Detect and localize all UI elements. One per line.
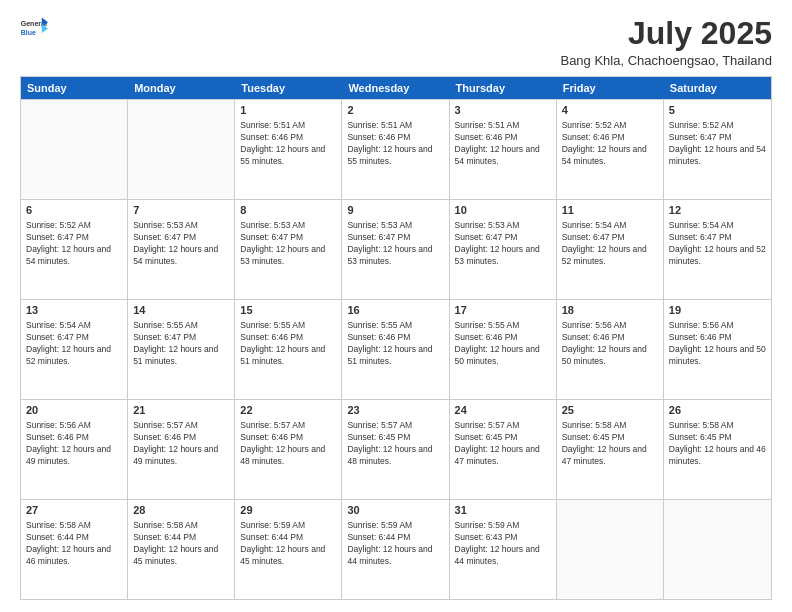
day-number: 6 bbox=[26, 203, 122, 218]
calendar-cell: 7Sunrise: 5:53 AMSunset: 6:47 PMDaylight… bbox=[128, 200, 235, 299]
day-number: 3 bbox=[455, 103, 551, 118]
day-info: Sunrise: 5:55 AMSunset: 6:46 PMDaylight:… bbox=[455, 320, 551, 368]
day-info: Sunrise: 5:54 AMSunset: 6:47 PMDaylight:… bbox=[562, 220, 658, 268]
logo-icon: General Blue bbox=[20, 16, 48, 44]
calendar-cell: 17Sunrise: 5:55 AMSunset: 6:46 PMDayligh… bbox=[450, 300, 557, 399]
day-info: Sunrise: 5:57 AMSunset: 6:45 PMDaylight:… bbox=[347, 420, 443, 468]
day-number: 23 bbox=[347, 403, 443, 418]
day-number: 22 bbox=[240, 403, 336, 418]
calendar-cell: 23Sunrise: 5:57 AMSunset: 6:45 PMDayligh… bbox=[342, 400, 449, 499]
calendar-cell: 21Sunrise: 5:57 AMSunset: 6:46 PMDayligh… bbox=[128, 400, 235, 499]
calendar: SundayMondayTuesdayWednesdayThursdayFrid… bbox=[20, 76, 772, 600]
day-number: 17 bbox=[455, 303, 551, 318]
calendar-cell: 4Sunrise: 5:52 AMSunset: 6:46 PMDaylight… bbox=[557, 100, 664, 199]
day-info: Sunrise: 5:56 AMSunset: 6:46 PMDaylight:… bbox=[669, 320, 766, 368]
day-info: Sunrise: 5:57 AMSunset: 6:46 PMDaylight:… bbox=[133, 420, 229, 468]
calendar-cell: 19Sunrise: 5:56 AMSunset: 6:46 PMDayligh… bbox=[664, 300, 771, 399]
calendar-week-row: 6Sunrise: 5:52 AMSunset: 6:47 PMDaylight… bbox=[21, 199, 771, 299]
calendar-cell: 31Sunrise: 5:59 AMSunset: 6:43 PMDayligh… bbox=[450, 500, 557, 599]
day-info: Sunrise: 5:55 AMSunset: 6:46 PMDaylight:… bbox=[240, 320, 336, 368]
day-info: Sunrise: 5:52 AMSunset: 6:47 PMDaylight:… bbox=[26, 220, 122, 268]
calendar-cell: 20Sunrise: 5:56 AMSunset: 6:46 PMDayligh… bbox=[21, 400, 128, 499]
day-number: 25 bbox=[562, 403, 658, 418]
day-info: Sunrise: 5:58 AMSunset: 6:45 PMDaylight:… bbox=[669, 420, 766, 468]
calendar-week-row: 1Sunrise: 5:51 AMSunset: 6:46 PMDaylight… bbox=[21, 99, 771, 199]
day-number: 19 bbox=[669, 303, 766, 318]
calendar-header-cell: Sunday bbox=[21, 77, 128, 99]
day-number: 2 bbox=[347, 103, 443, 118]
day-number: 7 bbox=[133, 203, 229, 218]
calendar-cell: 24Sunrise: 5:57 AMSunset: 6:45 PMDayligh… bbox=[450, 400, 557, 499]
calendar-cell: 1Sunrise: 5:51 AMSunset: 6:46 PMDaylight… bbox=[235, 100, 342, 199]
calendar-cell: 16Sunrise: 5:55 AMSunset: 6:46 PMDayligh… bbox=[342, 300, 449, 399]
day-number: 30 bbox=[347, 503, 443, 518]
calendar-week-row: 13Sunrise: 5:54 AMSunset: 6:47 PMDayligh… bbox=[21, 299, 771, 399]
svg-text:Blue: Blue bbox=[21, 29, 36, 36]
day-info: Sunrise: 5:57 AMSunset: 6:45 PMDaylight:… bbox=[455, 420, 551, 468]
day-info: Sunrise: 5:59 AMSunset: 6:43 PMDaylight:… bbox=[455, 520, 551, 568]
logo: General Blue bbox=[20, 16, 48, 44]
day-number: 28 bbox=[133, 503, 229, 518]
day-number: 31 bbox=[455, 503, 551, 518]
calendar-cell: 9Sunrise: 5:53 AMSunset: 6:47 PMDaylight… bbox=[342, 200, 449, 299]
day-number: 16 bbox=[347, 303, 443, 318]
day-number: 8 bbox=[240, 203, 336, 218]
calendar-cell bbox=[557, 500, 664, 599]
day-info: Sunrise: 5:58 AMSunset: 6:44 PMDaylight:… bbox=[26, 520, 122, 568]
calendar-cell bbox=[128, 100, 235, 199]
calendar-cell: 15Sunrise: 5:55 AMSunset: 6:46 PMDayligh… bbox=[235, 300, 342, 399]
calendar-cell: 12Sunrise: 5:54 AMSunset: 6:47 PMDayligh… bbox=[664, 200, 771, 299]
day-info: Sunrise: 5:53 AMSunset: 6:47 PMDaylight:… bbox=[455, 220, 551, 268]
location-subtitle: Bang Khla, Chachoengsao, Thailand bbox=[560, 53, 772, 68]
calendar-cell: 22Sunrise: 5:57 AMSunset: 6:46 PMDayligh… bbox=[235, 400, 342, 499]
day-info: Sunrise: 5:51 AMSunset: 6:46 PMDaylight:… bbox=[240, 120, 336, 168]
calendar-cell: 28Sunrise: 5:58 AMSunset: 6:44 PMDayligh… bbox=[128, 500, 235, 599]
calendar-cell: 27Sunrise: 5:58 AMSunset: 6:44 PMDayligh… bbox=[21, 500, 128, 599]
day-info: Sunrise: 5:52 AMSunset: 6:47 PMDaylight:… bbox=[669, 120, 766, 168]
day-number: 24 bbox=[455, 403, 551, 418]
day-number: 14 bbox=[133, 303, 229, 318]
header: General Blue July 2025 Bang Khla, Chacho… bbox=[20, 16, 772, 68]
day-info: Sunrise: 5:56 AMSunset: 6:46 PMDaylight:… bbox=[562, 320, 658, 368]
calendar-cell: 18Sunrise: 5:56 AMSunset: 6:46 PMDayligh… bbox=[557, 300, 664, 399]
title-block: July 2025 Bang Khla, Chachoengsao, Thail… bbox=[560, 16, 772, 68]
day-info: Sunrise: 5:54 AMSunset: 6:47 PMDaylight:… bbox=[26, 320, 122, 368]
day-number: 20 bbox=[26, 403, 122, 418]
calendar-cell: 3Sunrise: 5:51 AMSunset: 6:46 PMDaylight… bbox=[450, 100, 557, 199]
day-info: Sunrise: 5:57 AMSunset: 6:46 PMDaylight:… bbox=[240, 420, 336, 468]
month-year-title: July 2025 bbox=[560, 16, 772, 51]
day-number: 1 bbox=[240, 103, 336, 118]
calendar-week-row: 20Sunrise: 5:56 AMSunset: 6:46 PMDayligh… bbox=[21, 399, 771, 499]
calendar-cell: 30Sunrise: 5:59 AMSunset: 6:44 PMDayligh… bbox=[342, 500, 449, 599]
day-number: 29 bbox=[240, 503, 336, 518]
day-info: Sunrise: 5:59 AMSunset: 6:44 PMDaylight:… bbox=[240, 520, 336, 568]
calendar-cell: 10Sunrise: 5:53 AMSunset: 6:47 PMDayligh… bbox=[450, 200, 557, 299]
day-info: Sunrise: 5:56 AMSunset: 6:46 PMDaylight:… bbox=[26, 420, 122, 468]
day-number: 27 bbox=[26, 503, 122, 518]
calendar-cell bbox=[664, 500, 771, 599]
day-info: Sunrise: 5:54 AMSunset: 6:47 PMDaylight:… bbox=[669, 220, 766, 268]
calendar-body: 1Sunrise: 5:51 AMSunset: 6:46 PMDaylight… bbox=[21, 99, 771, 599]
calendar-header-cell: Monday bbox=[128, 77, 235, 99]
day-number: 13 bbox=[26, 303, 122, 318]
calendar-cell: 14Sunrise: 5:55 AMSunset: 6:47 PMDayligh… bbox=[128, 300, 235, 399]
calendar-header-cell: Tuesday bbox=[235, 77, 342, 99]
day-number: 21 bbox=[133, 403, 229, 418]
calendar-cell: 11Sunrise: 5:54 AMSunset: 6:47 PMDayligh… bbox=[557, 200, 664, 299]
day-info: Sunrise: 5:58 AMSunset: 6:45 PMDaylight:… bbox=[562, 420, 658, 468]
calendar-header-cell: Friday bbox=[557, 77, 664, 99]
day-number: 11 bbox=[562, 203, 658, 218]
day-number: 26 bbox=[669, 403, 766, 418]
calendar-header-cell: Saturday bbox=[664, 77, 771, 99]
day-info: Sunrise: 5:55 AMSunset: 6:46 PMDaylight:… bbox=[347, 320, 443, 368]
calendar-header-cell: Thursday bbox=[450, 77, 557, 99]
day-info: Sunrise: 5:59 AMSunset: 6:44 PMDaylight:… bbox=[347, 520, 443, 568]
calendar-header-row: SundayMondayTuesdayWednesdayThursdayFrid… bbox=[21, 77, 771, 99]
day-info: Sunrise: 5:52 AMSunset: 6:46 PMDaylight:… bbox=[562, 120, 658, 168]
day-number: 5 bbox=[669, 103, 766, 118]
page: General Blue July 2025 Bang Khla, Chacho… bbox=[0, 0, 792, 612]
day-number: 9 bbox=[347, 203, 443, 218]
calendar-cell: 2Sunrise: 5:51 AMSunset: 6:46 PMDaylight… bbox=[342, 100, 449, 199]
day-number: 18 bbox=[562, 303, 658, 318]
calendar-cell: 29Sunrise: 5:59 AMSunset: 6:44 PMDayligh… bbox=[235, 500, 342, 599]
